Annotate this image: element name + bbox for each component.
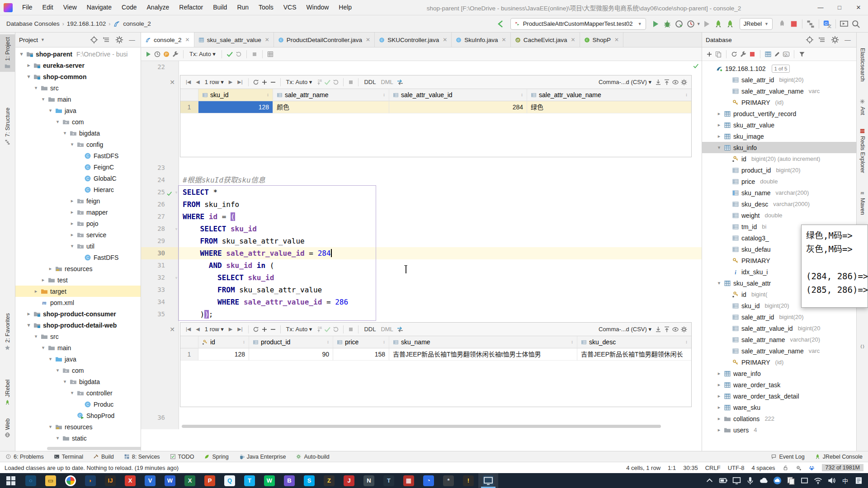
project-item-bigdata[interactable]: ▾bigdata bbox=[15, 376, 141, 387]
inspections-ok-icon[interactable] bbox=[693, 63, 699, 69]
expanded-arrow-icon[interactable]: ▾ bbox=[62, 130, 67, 136]
navigate-back-icon[interactable] bbox=[495, 18, 507, 30]
project-item-com[interactable]: ▾com bbox=[15, 365, 141, 376]
sort-icon[interactable]: ↕ bbox=[685, 336, 688, 348]
db-item-sku_desc[interactable]: sku_descvarchar(2000) bbox=[702, 198, 856, 210]
stripe-tab-7-structure[interactable]: 7: Structure bbox=[0, 105, 15, 148]
project-item-util[interactable]: ▾util bbox=[15, 240, 141, 252]
editor-line-36[interactable]: 36 bbox=[141, 412, 702, 424]
expanded-arrow-icon[interactable]: ▾ bbox=[55, 367, 60, 373]
presentation-button[interactable] bbox=[838, 18, 850, 30]
chevron-down-icon[interactable]: ▼ bbox=[697, 22, 701, 26]
menu-run[interactable]: Run bbox=[232, 0, 254, 15]
profiler-button[interactable] bbox=[685, 18, 697, 30]
db-item-sku_name[interactable]: sku_namevarchar(200) bbox=[702, 187, 856, 198]
collapse-all-icon[interactable] bbox=[102, 35, 112, 45]
cell-id[interactable]: 128 bbox=[198, 348, 249, 361]
editor-line-33[interactable]: 33 FROM sku_sale_attr_value bbox=[141, 284, 702, 296]
project-item-target[interactable]: ▸target bbox=[15, 286, 141, 297]
db-item-users[interactable]: ▸users4 bbox=[702, 424, 856, 436]
collapsed-arrow-icon[interactable]: ▸ bbox=[717, 371, 722, 376]
project-item-shop-product-detail-web[interactable]: ▾shop-product-detail-web bbox=[15, 319, 141, 331]
app-lightning[interactable]: ! bbox=[458, 473, 478, 488]
project-item-eureka-server[interactable]: ▸eureka-server bbox=[15, 60, 141, 71]
stripe-tab-ant[interactable]: Ant bbox=[857, 96, 868, 118]
horizontal-scrollbar[interactable] bbox=[47, 447, 141, 450]
breadcrumb-item[interactable]: console_2 bbox=[123, 20, 151, 27]
collapsed-arrow-icon[interactable]: ▸ bbox=[26, 62, 31, 68]
column-header-sku_desc[interactable]: sku_desc↕ bbox=[577, 336, 691, 348]
cloud2-tray-icon[interactable] bbox=[773, 476, 782, 485]
db-item-PRIMARY[interactable]: PRIMARY(id) bbox=[702, 357, 856, 368]
search-app[interactable]: ○ bbox=[21, 473, 41, 488]
project-item-Produc[interactable]: CProduc bbox=[15, 399, 141, 410]
expanded-arrow-icon[interactable]: ▾ bbox=[48, 108, 53, 113]
project-structure-button[interactable] bbox=[805, 18, 816, 30]
row-count-select[interactable]: 1 row ▾ bbox=[203, 326, 226, 333]
editor-line-27[interactable]: 27WHERE id = ( bbox=[141, 211, 702, 223]
editor-line-32[interactable]: 32▿ SELECT sku_id bbox=[141, 272, 702, 284]
collapsed-arrow-icon[interactable]: ▸ bbox=[33, 288, 38, 294]
tab-close-icon[interactable]: ✕ bbox=[185, 37, 190, 43]
project-item-pom.xml[interactable]: mpom.xml bbox=[15, 297, 141, 308]
cell-sale_attr_value_id[interactable]: 284 bbox=[389, 101, 527, 113]
app-red-x[interactable]: X bbox=[120, 473, 140, 488]
row-count-select[interactable]: 1 row ▾ bbox=[203, 79, 226, 85]
db-item-sku_info[interactable]: ▾sku_info bbox=[702, 142, 856, 153]
excel[interactable]: X bbox=[180, 473, 200, 488]
tim[interactable]: T bbox=[240, 473, 259, 488]
mic-tray-icon[interactable] bbox=[745, 476, 755, 485]
app-purple[interactable]: B bbox=[279, 473, 299, 488]
stripe-tab-json[interactable]: {} bbox=[857, 341, 868, 352]
project-item-FastDFS[interactable]: CFastDFS bbox=[15, 150, 141, 161]
cell-sku_id[interactable]: 128 bbox=[198, 101, 273, 113]
copy-tray-icon[interactable] bbox=[786, 476, 796, 485]
toolwindow-spring[interactable]: Spring bbox=[204, 454, 228, 460]
baidu-netdisk[interactable]: ◔ bbox=[419, 473, 439, 488]
gear-icon[interactable] bbox=[114, 35, 124, 45]
expanded-arrow-icon[interactable]: ▾ bbox=[55, 435, 60, 441]
powerpoint[interactable]: P bbox=[200, 473, 220, 488]
editor-line-22[interactable]: 22 bbox=[141, 61, 702, 73]
window-tray-icon[interactable] bbox=[800, 476, 809, 485]
ddl-button[interactable]: DDL bbox=[362, 79, 377, 85]
collapsed-arrow-icon[interactable]: ▸ bbox=[717, 382, 722, 388]
sort-icon[interactable]: ↕ bbox=[327, 336, 329, 348]
collapsed-arrow-icon[interactable]: ▸ bbox=[717, 122, 722, 128]
project-item-java[interactable]: ▾java bbox=[15, 105, 141, 116]
expanded-arrow-icon[interactable]: ▾ bbox=[26, 74, 31, 80]
editor-line-30[interactable]: 30 WHERE sale_attr_value_id = 284 bbox=[141, 247, 702, 259]
firefox[interactable]: ◗ bbox=[80, 473, 100, 488]
collapsed-arrow-icon[interactable]: ▸ bbox=[717, 427, 722, 433]
ddl-button[interactable]: DDL bbox=[362, 326, 377, 333]
db-item-sale_attr_name[interactable]: sale_attr_namevarchar(20) bbox=[702, 334, 856, 345]
toolwindow-terminal[interactable]: Terminal bbox=[54, 454, 83, 460]
scrollbar-track[interactable] bbox=[179, 424, 702, 429]
column-header-sku_name[interactable]: sku_name↕ bbox=[389, 336, 577, 348]
expanded-arrow-icon[interactable]: ▾ bbox=[19, 51, 24, 57]
next-page-icon[interactable]: ▶ bbox=[227, 79, 234, 85]
wps[interactable]: W bbox=[160, 473, 180, 488]
app-blue-v[interactable]: V bbox=[140, 473, 160, 488]
cell-sale_attr_value_name[interactable]: 绿色 bbox=[527, 101, 691, 113]
expanded-arrow-icon[interactable]: ▾ bbox=[717, 280, 722, 286]
expanded-arrow-icon[interactable]: ▾ bbox=[717, 145, 722, 150]
collapsed-arrow-icon[interactable]: ▸ bbox=[70, 232, 75, 238]
cell-sku_name[interactable]: 吉普JEEP新品长袖T恤男翻领休闲长袖t恤男士体恤男 bbox=[389, 348, 577, 361]
coverage-button[interactable] bbox=[673, 18, 685, 30]
column-header-product_id[interactable]: product_id↕ bbox=[249, 336, 333, 348]
sort-icon[interactable]: ↕ bbox=[521, 89, 523, 101]
column-header-sku_id[interactable]: sku_id↕ bbox=[198, 89, 273, 101]
minimize-button[interactable]: — bbox=[811, 0, 830, 15]
last-page-icon[interactable]: ▶| bbox=[236, 79, 244, 85]
stripe-tab-jrebel[interactable]: JRebel bbox=[0, 377, 15, 408]
cell-sale_attr_name[interactable]: 颜色 bbox=[273, 101, 389, 113]
status-item[interactable]: 4 cells, 1 row bbox=[626, 465, 660, 471]
collapsed-arrow-icon[interactable]: ▸ bbox=[717, 416, 722, 422]
next-page-icon[interactable]: ▶ bbox=[227, 326, 234, 332]
tab-SKUController.java[interactable]: CSKUController.java✕ bbox=[375, 33, 452, 47]
db-item-sale_attr_id[interactable]: sale_attr_idbigint(20) bbox=[702, 74, 856, 85]
tab-ShopP[interactable]: CShopP✕ bbox=[580, 33, 624, 47]
sort-icon[interactable]: ↕ bbox=[685, 89, 688, 101]
toolwindow-6-problems[interactable]: 6: Problems bbox=[5, 454, 44, 460]
